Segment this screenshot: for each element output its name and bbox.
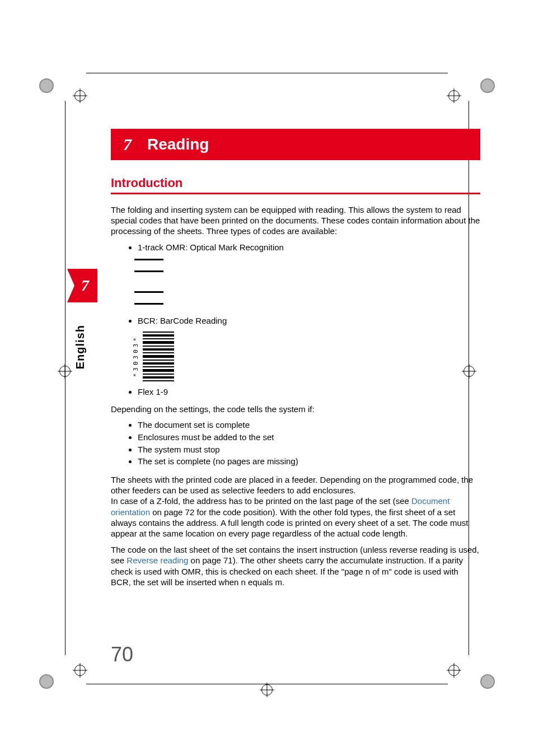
omr-marks-icon xyxy=(134,259,480,305)
print-reg-dot-tr xyxy=(471,78,495,102)
print-reg-dot-br xyxy=(471,665,495,689)
heading-rule xyxy=(111,193,480,194)
barcode-icon: *30303* xyxy=(132,332,480,381)
crop-mark-icon xyxy=(447,663,461,678)
code-types-list: 1-track OMR: Optical Mark Recognition xyxy=(111,241,480,254)
content-column: 7 Reading Introduction The folding and i… xyxy=(111,129,480,592)
barcode-bars xyxy=(143,332,174,381)
text: on page 72 for the code position). With … xyxy=(111,507,468,538)
chapter-title: Reading xyxy=(147,136,209,153)
list-item: The document set is complete xyxy=(138,419,480,431)
link-reverse-reading[interactable]: Reverse reading xyxy=(127,556,188,565)
crop-mark-icon xyxy=(447,88,461,103)
trim-line xyxy=(86,73,448,73)
text: In case of a Z-fold, the address has to … xyxy=(111,496,411,506)
code-types-list: BCR: BarCode Reading xyxy=(111,315,480,327)
crop-mark-icon xyxy=(73,663,87,678)
barcode-label: *30303* xyxy=(132,335,139,377)
body-paragraph: The sheets with the printed code are pla… xyxy=(111,474,480,539)
chapter-tab-arrow-icon: 7 xyxy=(67,269,97,302)
trim-line xyxy=(86,684,448,684)
chapter-tab-number: 7 xyxy=(81,277,89,295)
list-item: Enclosures must be added to the set xyxy=(138,431,480,444)
list-item: The system must stop xyxy=(138,444,480,456)
print-reg-dot-bl xyxy=(39,665,63,689)
chapter-heading-bar: 7 Reading xyxy=(111,129,480,160)
section-heading-introduction: Introduction xyxy=(111,176,480,190)
page-number: 70 xyxy=(111,643,133,666)
list-item: 1-track OMR: Optical Mark Recognition xyxy=(138,241,480,254)
settings-intro: Depending on the settings, the code tell… xyxy=(111,404,480,414)
code-types-list: Flex 1-9 xyxy=(111,386,480,398)
list-item: BCR: BarCode Reading xyxy=(138,315,480,327)
chapter-side-tab: 7 English xyxy=(67,269,97,369)
body-paragraph: The code on the last sheet of the set co… xyxy=(111,544,480,587)
list-item: The set is complete (no pages are missin… xyxy=(138,455,480,468)
crop-mark-icon xyxy=(260,683,274,697)
settings-list: The document set is complete Enclosures … xyxy=(111,419,480,468)
print-reg-dot-tl xyxy=(39,78,63,102)
list-item: Flex 1-9 xyxy=(138,386,480,398)
trim-line xyxy=(65,101,65,655)
text: The sheets with the printed code are pla… xyxy=(111,475,473,495)
language-label: English xyxy=(74,325,87,369)
page: 7 English 7 Reading Introduction The fol… xyxy=(0,0,534,756)
chapter-number: 7 xyxy=(123,135,132,154)
intro-paragraph: The folding and inserting system can be … xyxy=(111,204,480,237)
crop-mark-icon xyxy=(73,88,87,103)
